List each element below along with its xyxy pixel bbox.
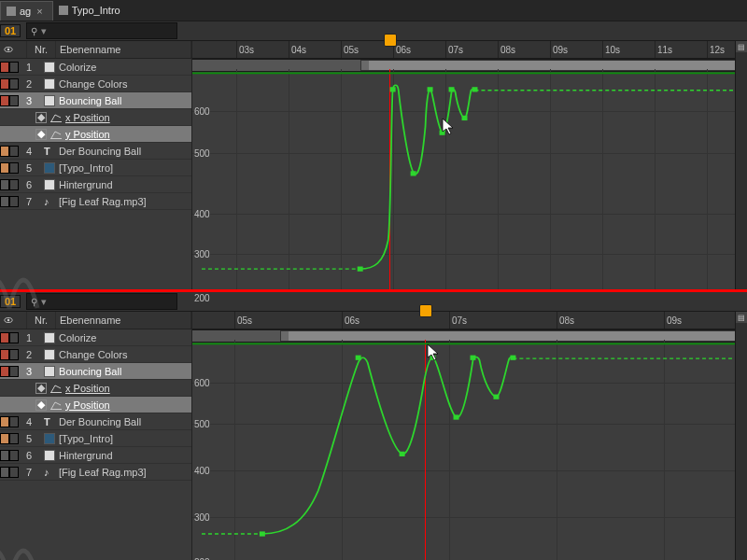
timecode-display[interactable]: 01 <box>0 295 21 308</box>
layer-name[interactable]: [Typo_Intro] <box>39 160 191 175</box>
search-input[interactable]: ⚲▾ <box>26 293 177 310</box>
animation-curve <box>360 85 475 269</box>
visibility-toggle[interactable] <box>0 160 9 175</box>
vertical-scrollbar[interactable]: ▤ <box>735 41 747 289</box>
lock-toggle[interactable] <box>9 160 19 175</box>
lock-toggle[interactable] <box>9 430 19 446</box>
stopwatch-icon[interactable]: ◆ <box>35 399 47 411</box>
keyframe <box>358 267 363 272</box>
stopwatch-icon[interactable]: ◆ <box>35 383 47 394</box>
lock-toggle[interactable] <box>9 447 19 463</box>
visibility-toggle[interactable] <box>0 464 9 480</box>
header-visibility <box>0 312 27 329</box>
layer-row[interactable]: 6 Hintergrund <box>0 447 191 464</box>
layer-number: 3 <box>19 363 39 379</box>
layer-row[interactable]: 6 Hintergrund <box>0 176 191 193</box>
layer-row[interactable]: 4 TDer Bouncing Ball <box>0 143 191 160</box>
visibility-toggle[interactable] <box>0 76 9 91</box>
lock-toggle[interactable] <box>9 76 19 91</box>
layer-row[interactable]: 1 Colorize <box>0 59 191 76</box>
layer-name[interactable]: Bouncing Ball <box>39 363 191 379</box>
layer-name[interactable]: Hintergrund <box>39 447 191 463</box>
layer-name[interactable]: TDer Bouncing Ball <box>39 143 191 159</box>
lock-toggle[interactable] <box>9 92 19 108</box>
search-input[interactable]: ⚲▾ <box>26 22 177 39</box>
layer-row[interactable]: 7 ♪[Fig Leaf Rag.mp3] <box>0 193 191 210</box>
visibility-toggle[interactable] <box>0 143 9 159</box>
layer-row[interactable]: 3 Bouncing Ball <box>0 363 191 380</box>
property-name[interactable]: x Position <box>65 383 110 394</box>
layer-row[interactable]: 2 Change Colors <box>0 76 191 92</box>
timecode-display[interactable]: 01 <box>0 24 21 37</box>
property-name[interactable]: y Position <box>65 399 110 411</box>
visibility-toggle[interactable] <box>0 59 9 75</box>
ruler-tick: 12s <box>707 41 725 58</box>
playhead-icon[interactable] <box>384 34 397 47</box>
ruler-tick: 08s <box>498 41 515 58</box>
layer-row[interactable]: 5 [Typo_Intro] <box>0 160 191 176</box>
visibility-toggle[interactable] <box>0 447 9 463</box>
visibility-toggle[interactable] <box>0 193 9 209</box>
property-row[interactable]: ◆x Position <box>0 109 191 126</box>
layer-name[interactable]: Colorize <box>39 59 191 75</box>
lock-toggle[interactable] <box>9 176 19 192</box>
property-row[interactable]: ◆y Position <box>0 397 191 413</box>
keyframe <box>470 356 475 360</box>
layer-row[interactable]: 3 Bouncing Ball <box>0 92 191 109</box>
layer-name[interactable]: Bouncing Ball <box>39 92 191 108</box>
lock-toggle[interactable] <box>9 363 19 379</box>
visibility-toggle[interactable] <box>0 363 9 379</box>
visibility-toggle[interactable] <box>0 176 9 192</box>
stopwatch-icon[interactable]: ◆ <box>35 129 47 140</box>
lock-toggle[interactable] <box>9 346 19 362</box>
tab-ag[interactable]: ag × <box>0 1 53 21</box>
keyframe <box>440 131 445 135</box>
layer-row[interactable]: 5 [Typo_Intro] <box>0 430 191 447</box>
lock-toggle[interactable] <box>9 193 19 209</box>
visibility-toggle[interactable] <box>0 413 9 429</box>
layer-name[interactable]: TDer Bouncing Ball <box>39 413 191 429</box>
visibility-toggle[interactable] <box>0 92 9 108</box>
visibility-toggle[interactable] <box>0 346 9 362</box>
layer-name[interactable]: ♪[Fig Leaf Rag.mp3] <box>39 464 191 480</box>
tab-typo-intro[interactable]: Typo_Intro <box>53 1 130 20</box>
property-row[interactable]: ◆y Position <box>0 126 191 143</box>
layer-name[interactable]: Change Colors <box>39 346 191 362</box>
graph-editor-icon[interactable] <box>50 130 62 139</box>
layer-row[interactable]: 4 TDer Bouncing Ball <box>0 413 191 430</box>
collapse-button[interactable]: ▤ <box>736 41 747 52</box>
lock-toggle[interactable] <box>9 464 19 480</box>
playhead-icon[interactable] <box>419 304 432 317</box>
graph-editor-icon[interactable] <box>50 400 62 410</box>
layer-row[interactable]: 2 Change Colors <box>0 346 191 363</box>
layer-name[interactable]: Colorize <box>39 329 191 345</box>
property-name[interactable]: x Position <box>65 112 110 123</box>
graph-editor-icon[interactable] <box>50 113 62 122</box>
graph-editor-icon[interactable] <box>50 384 62 393</box>
layer-name[interactable]: ♪[Fig Leaf Rag.mp3] <box>39 193 191 209</box>
layer-row[interactable]: 7 ♪[Fig Leaf Rag.mp3] <box>0 464 191 481</box>
lock-toggle[interactable] <box>9 329 19 345</box>
lock-toggle[interactable] <box>9 59 19 75</box>
header-layername: Ebenenname <box>56 312 191 329</box>
property-name[interactable]: y Position <box>65 129 110 140</box>
graph-canvas[interactable]: 600500400300200 <box>192 340 747 560</box>
layer-row[interactable]: 1 Colorize <box>0 329 191 346</box>
vertical-scrollbar[interactable]: ▤ <box>735 312 747 560</box>
collapse-button[interactable]: ▤ <box>736 312 747 323</box>
lock-toggle[interactable] <box>9 143 19 159</box>
graph-canvas[interactable]: 600500400300200 <box>192 69 747 289</box>
visibility-toggle[interactable] <box>0 430 9 446</box>
time-ruler[interactable]: 03s04s05s06s07s08s09s10s11s12s <box>192 41 747 59</box>
time-ruler[interactable]: 05s06s07s08s09s <box>192 312 747 329</box>
layer-name[interactable]: Change Colors <box>39 76 191 91</box>
stopwatch-icon[interactable]: ◆ <box>35 112 47 123</box>
layer-name[interactable]: [Typo_Intro] <box>39 430 191 446</box>
graph-editor[interactable]: 03s04s05s06s07s08s09s10s11s12s6005004003… <box>192 41 747 289</box>
graph-editor[interactable]: 05s06s07s08s09s600500400300200▤ <box>192 312 747 560</box>
close-icon[interactable]: × <box>36 6 42 17</box>
visibility-toggle[interactable] <box>0 329 9 345</box>
lock-toggle[interactable] <box>9 413 19 429</box>
layer-name[interactable]: Hintergrund <box>39 176 191 192</box>
property-row[interactable]: ◆x Position <box>0 380 191 397</box>
